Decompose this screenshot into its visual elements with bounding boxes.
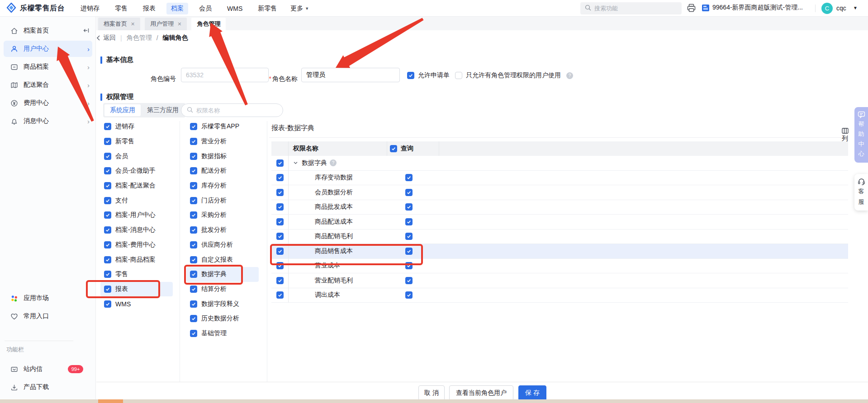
page-tab-档案首页[interactable]: 档案首页✕ <box>98 18 140 30</box>
sidebar-item-产品下载[interactable]: 产品下载 <box>0 378 96 396</box>
checkbox-checked-icon[interactable] <box>190 167 197 174</box>
perm-submodule-数据字典[interactable]: 数据字典 <box>186 267 259 282</box>
perm-module-WMS[interactable]: WMS <box>100 296 173 311</box>
top-nav-item-报表[interactable]: 报表 <box>138 3 160 14</box>
top-nav-item-新零售[interactable]: 新零售 <box>253 3 281 14</box>
checkbox-checked-icon[interactable] <box>405 189 413 196</box>
perm-module-支付[interactable]: 支付 <box>100 193 173 208</box>
checkbox-checked-icon[interactable] <box>190 182 197 189</box>
checkbox-checked-icon[interactable] <box>276 203 284 211</box>
checkbox-checked-icon[interactable] <box>104 300 111 308</box>
checkbox-checked-icon[interactable] <box>276 189 284 196</box>
perm-module-进销存[interactable]: 进销存 <box>100 119 173 134</box>
perm-search[interactable] <box>181 103 283 117</box>
checkbox-checked-icon[interactable] <box>405 262 413 269</box>
avatar[interactable]: C <box>821 3 833 14</box>
perm-submodule-营业分析[interactable]: 营业分析 <box>186 134 259 149</box>
help-question-icon[interactable]: ? <box>330 159 337 166</box>
checkbox-checked-icon[interactable] <box>190 197 197 204</box>
checkbox-checked-icon[interactable] <box>405 248 413 255</box>
checkbox-checked-icon[interactable] <box>276 218 284 225</box>
perm-submodule-配送分析[interactable]: 配送分析 <box>186 164 259 178</box>
perm-submodule-结算分析[interactable]: 结算分析 <box>186 282 259 297</box>
close-icon[interactable]: ✕ <box>131 21 135 27</box>
checkbox-checked-icon[interactable] <box>276 233 284 240</box>
checkbox-checked-icon[interactable] <box>405 277 413 284</box>
back-button[interactable]: 返回 <box>96 34 116 42</box>
collapse-sidebar-icon[interactable] <box>83 27 90 35</box>
perm-module-档案-费用中心[interactable]: 档案-费用中心 <box>100 238 173 253</box>
checkbox-checked-icon[interactable] <box>104 153 111 160</box>
top-nav-item-零售[interactable]: 零售 <box>110 3 132 14</box>
perm-submodule-库存分析[interactable]: 库存分析 <box>186 178 259 193</box>
top-nav-item-会员[interactable]: 会员 <box>194 3 216 14</box>
checkbox-checked-icon[interactable] <box>104 241 111 248</box>
help-question-icon[interactable]: ? <box>566 72 573 79</box>
checkbox-checked-icon[interactable] <box>104 271 111 278</box>
perm-submodule-门店分析[interactable]: 门店分析 <box>186 193 259 208</box>
sidebar-item-站内信[interactable]: 站内信99+ <box>0 360 96 378</box>
checkbox-checked-icon[interactable] <box>190 271 197 278</box>
allow-apply-checkbox[interactable]: 允许申请单 <box>407 71 450 80</box>
checkbox-checked-icon[interactable] <box>407 72 414 79</box>
perm-submodule-乐檬零售APP[interactable]: 乐檬零售APP <box>186 119 259 134</box>
checkbox-checked-icon[interactable] <box>276 248 284 255</box>
close-icon[interactable]: ✕ <box>177 21 181 27</box>
perm-submodule-自定义报表[interactable]: 自定义报表 <box>186 252 259 267</box>
perm-module-报表[interactable]: 报表 <box>100 282 173 297</box>
checkbox-checked-icon[interactable] <box>405 233 413 240</box>
help-center-tab[interactable]: 帮助中心 <box>854 107 868 163</box>
customer-service-tab[interactable]: 客服 <box>854 174 868 211</box>
sidebar-item-配送聚合[interactable]: 配送聚合› <box>0 76 96 94</box>
global-search-input[interactable] <box>594 5 667 12</box>
tab-third-party-apps[interactable]: 第三方应用 <box>142 104 184 116</box>
table-row-商品配销毛利[interactable]: 商品配销毛利 <box>271 230 848 244</box>
sidebar-item-应用市场[interactable]: 应用市场 <box>0 289 96 307</box>
table-row-商品配送成本[interactable]: 商品配送成本 <box>271 215 848 230</box>
checkbox-checked-icon[interactable] <box>405 203 413 211</box>
checkbox-checked-icon[interactable] <box>190 300 197 308</box>
checkbox-checked-icon[interactable] <box>276 159 284 167</box>
restrict-checkbox[interactable]: 只允许有角色管理权限的用户使用 ? <box>455 71 573 80</box>
tenant-switcher[interactable]: 99664-新界面商超版测试-管理... <box>702 4 803 12</box>
app-logo[interactable]: 乐檬零售后台 <box>6 3 65 14</box>
perm-submodule-采购分析[interactable]: 采购分析 <box>186 208 259 223</box>
chevron-down-icon[interactable] <box>293 160 298 165</box>
checkbox-checked-icon[interactable] <box>104 226 111 234</box>
table-row-商品销售成本[interactable]: 商品销售成本 <box>271 244 848 259</box>
checkbox-checked-icon[interactable] <box>104 182 111 189</box>
sidebar-item-商品档案[interactable]: 商品档案› <box>0 58 96 76</box>
top-nav-item-WMS[interactable]: WMS <box>223 3 247 14</box>
checkbox-checked-icon[interactable] <box>104 286 111 293</box>
printer-icon[interactable] <box>687 3 696 14</box>
perm-submodule-数据字段释义[interactable]: 数据字段释义 <box>186 296 259 311</box>
perm-module-会员-企微助手[interactable]: 会员-企微助手 <box>100 164 173 178</box>
checkbox-checked-icon[interactable] <box>276 174 284 181</box>
checkbox-checked-icon[interactable] <box>405 291 413 299</box>
checkbox-checked-icon[interactable] <box>190 123 197 130</box>
table-row-调出成本[interactable]: 调出成本 <box>271 288 848 303</box>
role-name-field[interactable] <box>301 68 400 82</box>
tab-system-apps[interactable]: 系统应用 <box>104 104 141 116</box>
table-row-营业成本[interactable]: 营业成本 <box>271 259 848 274</box>
perm-module-会员[interactable]: 会员 <box>100 149 173 164</box>
checkbox-checked-icon[interactable] <box>190 153 197 160</box>
checkbox-checked-icon[interactable] <box>405 218 413 225</box>
perm-module-新零售[interactable]: 新零售 <box>100 134 173 149</box>
checkbox-checked-icon[interactable] <box>104 256 111 263</box>
page-tab-用户管理[interactable]: 用户管理✕ <box>145 18 187 30</box>
perm-submodule-供应商分析[interactable]: 供应商分析 <box>186 238 259 253</box>
checkbox-checked-icon[interactable] <box>276 262 284 269</box>
sidebar-item-消息中心[interactable]: 消息中心› <box>0 112 96 130</box>
checkbox-checked-icon[interactable] <box>190 138 197 145</box>
checkbox-checked-icon[interactable] <box>104 211 111 219</box>
role-code-field[interactable] <box>181 68 269 82</box>
perm-submodule-批发分析[interactable]: 批发分析 <box>186 223 259 238</box>
table-row-营业配销毛利[interactable]: 营业配销毛利 <box>271 273 848 288</box>
perm-submodule-基础管理[interactable]: 基础管理 <box>186 326 259 341</box>
global-search[interactable] <box>580 2 682 14</box>
checkbox-unchecked-icon[interactable] <box>455 72 462 79</box>
sidebar-item-用户中心[interactable]: 用户中心› <box>0 40 96 58</box>
column-config-button[interactable]: 列 <box>840 128 850 143</box>
top-nav-item-进销存[interactable]: 进销存 <box>76 3 104 14</box>
